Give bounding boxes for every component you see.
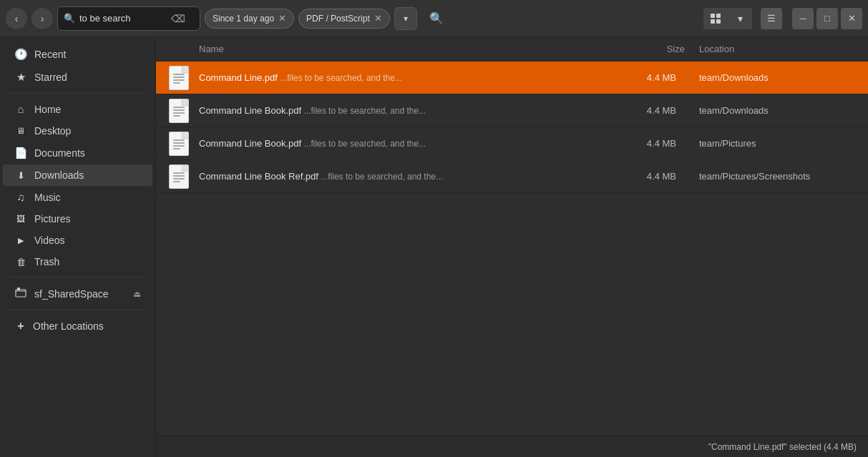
file-snippet: ...files to be searched, and the... — [301, 106, 426, 116]
file-name-text: Command Line Book Ref.pdf — [199, 171, 318, 182]
window-controls: ─ □ ✕ — [792, 8, 862, 29]
filter-date-tag: Since 1 day ago ✕ — [205, 9, 294, 29]
view-grid-button[interactable] — [703, 8, 728, 29]
home-icon: ⌂ — [14, 103, 27, 115]
filter-type-tag: PDF / PostScript ✕ — [298, 9, 390, 29]
file-info: Command Line Book.pdf ...files to be sea… — [199, 138, 610, 149]
sidebar-item-trash[interactable]: 🗑 Trash — [3, 251, 152, 272]
file-location: team/Downloads — [699, 72, 857, 83]
svg-rect-0 — [711, 14, 715, 18]
sidebar-label-videos: Videos — [34, 235, 65, 246]
file-size: 4.4 MB — [619, 171, 691, 182]
sidebar-item-home[interactable]: ⌂ Home — [3, 98, 152, 120]
nav-back-button[interactable]: ‹ — [6, 8, 27, 29]
col-header-name[interactable]: Name — [199, 44, 628, 54]
sidebar-label-pictures: Pictures — [34, 213, 71, 225]
file-snippet: ...files to be searched, and the... — [318, 172, 443, 182]
file-name-text: Command Line Book.pdf — [199, 138, 301, 149]
sidebar-item-pictures[interactable]: 🖼 Pictures — [3, 208, 152, 230]
recent-icon: 🕐 — [14, 48, 27, 61]
eject-icon[interactable]: ⏏ — [133, 289, 141, 299]
shared-icon — [14, 287, 27, 300]
filter-date-label: Since 1 day ago — [213, 14, 274, 24]
filter-type-remove-button[interactable]: ✕ — [374, 14, 382, 23]
hamburger-menu-button[interactable]: ☰ — [761, 8, 782, 29]
col-header-size[interactable]: Size — [628, 44, 699, 54]
filter-type-label: PDF / PostScript — [306, 14, 370, 24]
sidebar-label-home: Home — [34, 104, 61, 115]
table-row[interactable]: Command Line Book.pdf ...files to be sea… — [156, 94, 868, 127]
file-info: Command Line Book.pdf ...files to be sea… — [199, 105, 610, 116]
sidebar-label-downloads: Downloads — [34, 169, 84, 181]
sidebar-label-other-locations: Other Locations — [33, 320, 104, 332]
search-action-button[interactable]: 🔍 — [424, 6, 449, 31]
file-snippet: ...files to be searched, and the... — [301, 139, 426, 149]
search-clear-button[interactable]: ⌫ — [170, 13, 187, 24]
sidebar-label-desktop: Desktop — [34, 125, 71, 137]
file-icon — [167, 64, 190, 92]
file-name: Command Line.pdf ...files to be searched… — [199, 72, 610, 83]
table-row[interactable]: Command Line.pdf ...files to be searched… — [156, 62, 868, 94]
file-size: 4.4 MB — [619, 105, 691, 116]
file-name: Command Line Book.pdf ...files to be sea… — [199, 138, 610, 149]
sidebar-divider-1 — [9, 93, 147, 94]
svg-rect-2 — [711, 19, 715, 24]
sidebar-item-starred[interactable]: ★ Starred — [3, 66, 152, 89]
maximize-button[interactable]: □ — [816, 8, 838, 29]
filter-date-remove-button[interactable]: ✕ — [278, 14, 286, 23]
file-size: 4.4 MB — [619, 72, 691, 83]
sidebar-item-downloads[interactable]: ⬇ Downloads — [3, 164, 152, 186]
file-location: team/Downloads — [699, 105, 857, 116]
file-name: Command Line Book Ref.pdf ...files to be… — [199, 171, 610, 182]
search-bar-icon: 🔍 — [64, 13, 75, 24]
search-bar: 🔍 ⌫ — [57, 6, 200, 31]
sidebar-item-other-locations[interactable]: + Other Locations — [3, 315, 152, 338]
videos-icon: ▶ — [14, 236, 27, 245]
search-input[interactable] — [79, 13, 165, 24]
sidebar-item-desktop[interactable]: 🖥 Desktop — [3, 120, 152, 142]
documents-icon: 📄 — [14, 147, 27, 159]
pictures-icon: 🖼 — [14, 214, 27, 224]
other-locations-icon: + — [14, 320, 27, 333]
file-name-text: Command Line Book.pdf — [199, 105, 301, 116]
trash-icon: 🗑 — [14, 257, 27, 267]
file-list: Command Line.pdf ...files to be searched… — [156, 62, 868, 436]
filter-dropdown-button[interactable]: ▾ — [394, 7, 417, 30]
svg-rect-5 — [17, 288, 20, 290]
minimize-button[interactable]: ─ — [792, 8, 814, 29]
sidebar-label-music: Music — [34, 192, 61, 203]
sidebar-item-recent[interactable]: 🕐 Recent — [3, 43, 152, 66]
sidebar-divider-3 — [9, 310, 147, 310]
svg-rect-1 — [716, 14, 721, 18]
statusbar: "Command Line.pdf" selected (4.4 MB) — [156, 436, 868, 457]
sidebar-item-videos[interactable]: ▶ Videos — [3, 230, 152, 251]
sidebar-label-recent: Recent — [34, 49, 66, 60]
sidebar-label-shared: sf_SharedSpace — [34, 288, 109, 300]
titlebar: ‹ › 🔍 ⌫ Since 1 day ago ✕ PDF / PostScri… — [0, 0, 868, 37]
col-header-location[interactable]: Location — [699, 44, 857, 54]
desktop-icon: 🖥 — [14, 126, 27, 136]
sidebar-item-music[interactable]: ♫ Music — [3, 186, 152, 208]
file-size: 4.4 MB — [619, 138, 691, 149]
starred-icon: ★ — [14, 71, 27, 84]
file-area: Name Size Location — [156, 37, 868, 457]
file-info: Command Line.pdf ...files to be searched… — [199, 72, 610, 83]
file-location: team/Pictures/Screenshots — [699, 171, 857, 182]
close-button[interactable]: ✕ — [841, 8, 862, 29]
file-icon — [167, 130, 190, 157]
sidebar-label-documents: Documents — [34, 147, 85, 159]
sidebar-item-shared[interactable]: sf_SharedSpace ⏏ — [3, 282, 152, 305]
nav-forward-button[interactable]: › — [31, 8, 53, 29]
sidebar-label-trash: Trash — [34, 256, 59, 267]
table-row[interactable]: Command Line Book.pdf ...files to be sea… — [156, 127, 868, 160]
status-text: "Command Line.pdf" selected (4.4 MB) — [708, 442, 857, 452]
file-icon — [167, 163, 190, 190]
file-location: team/Pictures — [699, 138, 857, 149]
main-layout: 🕐 Recent ★ Starred ⌂ Home 🖥 Desktop 📄 Do… — [0, 37, 868, 457]
sidebar-item-documents[interactable]: 📄 Documents — [3, 142, 152, 164]
file-name: Command Line Book.pdf ...files to be sea… — [199, 105, 610, 116]
table-row[interactable]: Command Line Book Ref.pdf ...files to be… — [156, 160, 868, 193]
sidebar-divider-2 — [9, 277, 147, 277]
file-info: Command Line Book Ref.pdf ...files to be… — [199, 171, 610, 182]
view-list-dropdown-button[interactable]: ▾ — [728, 8, 752, 29]
